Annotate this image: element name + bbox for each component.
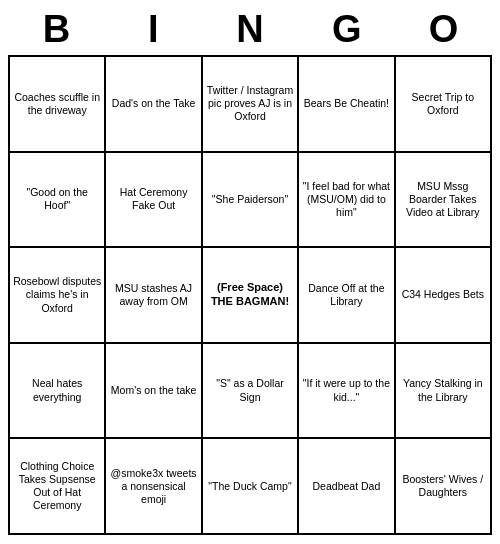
- cell-3-0[interactable]: Neal hates everything: [9, 343, 105, 439]
- bingo-title: B I N G O: [8, 8, 492, 51]
- cell-3-2[interactable]: "S" as a Dollar Sign: [202, 343, 298, 439]
- cell-2-1[interactable]: MSU stashes AJ away from OM: [105, 247, 201, 343]
- cell-4-4[interactable]: Boosters' Wives / Daughters: [395, 438, 491, 534]
- cell-4-2[interactable]: "The Duck Camp": [202, 438, 298, 534]
- letter-o: O: [401, 8, 487, 51]
- cell-3-4[interactable]: Yancy Stalking in the Library: [395, 343, 491, 439]
- letter-g: G: [304, 8, 390, 51]
- cell-3-3[interactable]: "If it were up to the kid...": [298, 343, 394, 439]
- cell-4-3[interactable]: Deadbeat Dad: [298, 438, 394, 534]
- cell-0-2[interactable]: Twitter / Instagram pic proves AJ is in …: [202, 56, 298, 152]
- cell-2-0[interactable]: Rosebowl disputes claims he's in Oxford: [9, 247, 105, 343]
- letter-i: I: [110, 8, 196, 51]
- cell-2-4[interactable]: C34 Hedges Bets: [395, 247, 491, 343]
- cell-1-2[interactable]: "She Paiderson": [202, 152, 298, 248]
- free-space-cell[interactable]: (Free Space) THE BAGMAN!: [202, 247, 298, 343]
- cell-2-3[interactable]: Dance Off at the Library: [298, 247, 394, 343]
- cell-1-3[interactable]: "I feel bad for what (MSU/OM) did to him…: [298, 152, 394, 248]
- cell-3-1[interactable]: Mom's on the take: [105, 343, 201, 439]
- cell-1-1[interactable]: Hat Ceremony Fake Out: [105, 152, 201, 248]
- cell-0-4[interactable]: Secret Trip to Oxford: [395, 56, 491, 152]
- letter-b: B: [13, 8, 99, 51]
- cell-0-3[interactable]: Bears Be Cheatin!: [298, 56, 394, 152]
- bingo-grid: Coaches scuffle in the driveway Dad's on…: [8, 55, 492, 535]
- cell-1-0[interactable]: "Good on the Hoof": [9, 152, 105, 248]
- cell-0-1[interactable]: Dad's on the Take: [105, 56, 201, 152]
- cell-4-1[interactable]: @smoke3x tweets a nonsensical emoji: [105, 438, 201, 534]
- cell-1-4[interactable]: MSU Mssg Boarder Takes Video at Library: [395, 152, 491, 248]
- letter-n: N: [207, 8, 293, 51]
- cell-0-0[interactable]: Coaches scuffle in the driveway: [9, 56, 105, 152]
- cell-4-0[interactable]: Clothing Choice Takes Supsense Out of Ha…: [9, 438, 105, 534]
